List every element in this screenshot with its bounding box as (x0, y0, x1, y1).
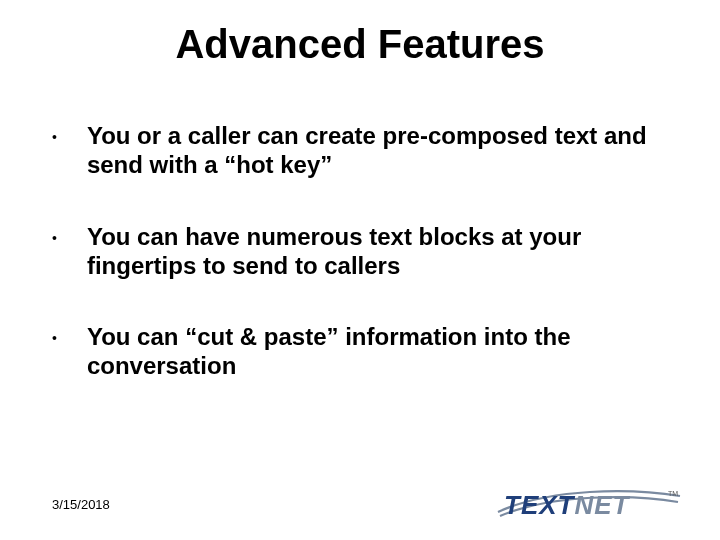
bullet-dot-icon: • (52, 231, 57, 245)
bullet-text: You can “cut & paste” information into t… (87, 322, 672, 381)
footer-date: 3/15/2018 (52, 497, 110, 512)
logo-svg: TEXTNET TM (490, 482, 686, 522)
slide: Advanced Features • You or a caller can … (0, 0, 720, 540)
textnet-logo: TEXTNET TM (490, 482, 686, 522)
list-item: • You can “cut & paste” information into… (52, 322, 672, 381)
bullet-dot-icon: • (52, 130, 57, 144)
logo-text-part2: NET (574, 490, 630, 520)
logo-text-part1: TEXT (504, 490, 576, 520)
list-item: • You can have numerous text blocks at y… (52, 222, 672, 281)
list-item: • You or a caller can create pre-compose… (52, 121, 672, 180)
bullet-dot-icon: • (52, 331, 57, 345)
trademark-icon: TM (668, 490, 678, 497)
bullet-text: You can have numerous text blocks at you… (87, 222, 672, 281)
slide-title: Advanced Features (0, 0, 720, 67)
bullet-text: You or a caller can create pre-composed … (87, 121, 672, 180)
bullet-list: • You or a caller can create pre-compose… (0, 121, 720, 381)
logo-text: TEXTNET (504, 490, 631, 520)
